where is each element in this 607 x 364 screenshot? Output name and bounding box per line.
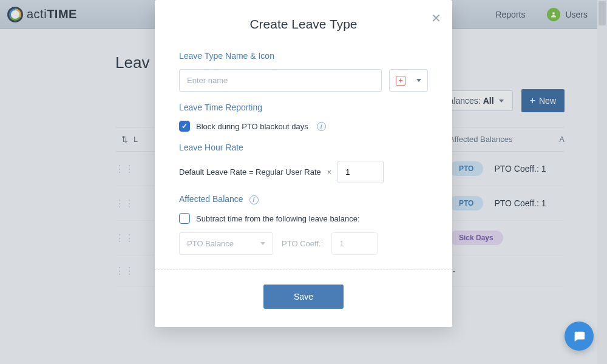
balance-select-value: PTO Balance: [187, 239, 234, 248]
chat-icon: [572, 329, 586, 343]
balance-select[interactable]: PTO Balance: [179, 232, 273, 255]
info-icon[interactable]: i: [249, 195, 259, 204]
leave-type-name-input[interactable]: [179, 69, 382, 92]
rate-formula-label: Default Leave Rate = Regular User Rate: [179, 167, 321, 177]
rate-multiplier-input[interactable]: [337, 161, 384, 183]
section-time-reporting: Leave Time Reporting: [179, 103, 428, 112]
leave-type-icon-select[interactable]: +: [389, 69, 428, 92]
modal-overlay[interactable]: ✕ Create Leave Type Leave Type Name & Ic…: [0, 0, 607, 364]
section-hour-rate: Leave Hour Rate: [179, 143, 428, 152]
close-icon: ✕: [431, 12, 441, 25]
info-icon[interactable]: i: [317, 122, 326, 131]
subtract-balance-checkbox[interactable]: [179, 213, 190, 224]
subtract-balance-label: Subtract time from the following leave b…: [196, 214, 360, 223]
block-blackout-checkbox[interactable]: [179, 121, 190, 132]
medical-plus-icon: +: [396, 76, 405, 86]
chat-support-button[interactable]: [565, 322, 594, 351]
modal-title: Create Leave Type: [155, 0, 452, 36]
pto-coeff-label: PTO Coeff.:: [282, 239, 323, 248]
save-button[interactable]: Save: [263, 285, 344, 309]
create-leave-type-modal: ✕ Create Leave Type Leave Type Name & Ic…: [155, 0, 452, 327]
section-name-icon: Leave Type Name & Icon: [179, 51, 428, 61]
pto-coeff-input[interactable]: [331, 232, 378, 255]
section-affected-balance: Affected Balance i: [179, 194, 428, 204]
block-blackout-label: Block during PTO blackout days: [196, 122, 308, 131]
chevron-down-icon: [416, 79, 421, 82]
close-button[interactable]: ✕: [431, 11, 441, 25]
multiply-symbol: ×: [327, 167, 332, 177]
chevron-down-icon: [260, 242, 265, 245]
